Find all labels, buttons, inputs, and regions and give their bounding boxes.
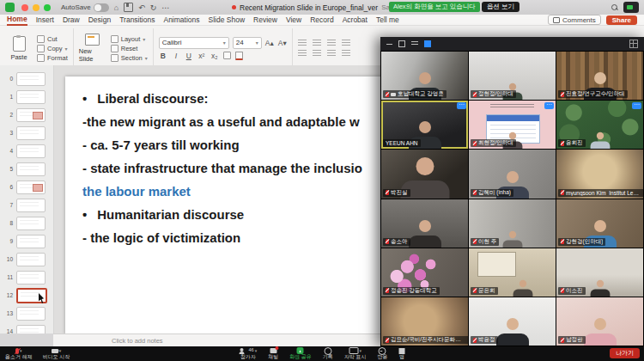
participant-tile[interactable]: 박윤정 [469, 297, 556, 346]
undo-icon[interactable]: ↶ [138, 3, 145, 12]
participant-tile[interactable]: 호남대학교 강영훈 [381, 52, 468, 100]
underline-button[interactable]: U [185, 52, 193, 60]
justify-icon[interactable] [342, 50, 350, 57]
tab-design[interactable]: Design [88, 15, 111, 25]
minimize-icon[interactable] [386, 44, 392, 45]
participant-tile[interactable]: 송소아 [381, 199, 468, 248]
slide-thumbnail-3[interactable]: 3 [0, 124, 53, 142]
font-size-select[interactable]: 24▾ [233, 37, 262, 49]
slide-thumbnail-14[interactable]: 14 [0, 322, 53, 333]
tab-insert[interactable]: Insert [36, 15, 54, 25]
comments-button[interactable]: Comments [548, 15, 601, 25]
cut-button[interactable]: Cut [37, 35, 68, 43]
numbering-icon[interactable] [313, 40, 321, 46]
participant-tile[interactable]: 전효정/연구교수/인하대 [556, 52, 643, 100]
tile-more-icon[interactable]: ⋯ [544, 102, 554, 109]
zoom-window-button[interactable] [44, 4, 51, 11]
bullets-icon[interactable] [298, 40, 307, 46]
font-name-select[interactable]: Calibri▾ [159, 37, 229, 49]
participant-tile[interactable]: 남정란 [556, 297, 643, 346]
shrink-font-button[interactable]: A▾ [278, 39, 287, 47]
tab-review[interactable]: Review [253, 15, 277, 25]
speaker-view-icon[interactable] [398, 40, 405, 47]
more-commands-icon[interactable]: ⋯ [161, 3, 169, 12]
tab-tell-me[interactable]: Tell me [376, 15, 399, 25]
bold-button[interactable]: B [159, 52, 167, 60]
slide-thumbnail-1[interactable]: 1 [0, 88, 53, 106]
autosave-toggle[interactable] [94, 3, 109, 12]
slide-thumbnail-12-selected[interactable]: 12 [0, 286, 53, 304]
copy-button[interactable]: Copy▾ [37, 45, 68, 52]
tab-transitions[interactable]: Transitions [119, 15, 155, 25]
gallery-view-icon[interactable] [424, 40, 431, 47]
indent-increase-icon[interactable] [342, 40, 350, 46]
participant-tile[interactable]: 문은희 [469, 248, 556, 297]
layout-button[interactable]: Layout▾ [111, 35, 148, 43]
reset-button[interactable]: Reset [111, 45, 148, 52]
slide-thumbnail-8[interactable]: 8 [0, 214, 53, 232]
participant-tile[interactable]: 이소진 [556, 248, 643, 297]
participants-button[interactable]: 46▾ 참가자 [240, 347, 258, 360]
font-color-button[interactable] [235, 52, 243, 60]
participant-tile[interactable]: 정현정/인하대 [469, 52, 556, 100]
list-view-icon[interactable] [411, 41, 418, 46]
share-screen-button[interactable]: 화면 공유 [289, 347, 312, 360]
captions-button[interactable]: ▾ 자막 표시 [344, 347, 367, 360]
view-layout-icon[interactable] [629, 40, 638, 48]
tab-animations[interactable]: Animations [163, 15, 199, 25]
section-button[interactable]: Section▾ [111, 54, 148, 62]
save-icon[interactable] [124, 3, 133, 12]
participant-tile[interactable]: 정송진 강동대학교 [381, 248, 468, 297]
apps-button[interactable]: 앱 [398, 347, 404, 360]
participant-tile[interactable]: 이현 주 [469, 199, 556, 248]
unmute-button[interactable]: ▾ 음소거 해제 [5, 347, 33, 360]
participant-tile-active-speaker[interactable]: ⋯ YEEUN AHN [381, 101, 468, 149]
leave-meeting-button[interactable]: 나가기 [610, 348, 640, 358]
grow-font-button[interactable]: A▴ [265, 39, 274, 47]
redo-icon[interactable]: ↻ [150, 3, 157, 12]
chat-button[interactable]: 채팅 [268, 347, 278, 360]
participant-tile[interactable]: myungsoon Kim_Institut Leder_OMS... [556, 150, 643, 198]
view-options-button[interactable]: 옵션 보기 [482, 2, 519, 12]
participant-tile[interactable]: ⋯ 최현정/인하대 [469, 101, 556, 149]
slide-thumbnail-11[interactable]: 11 [0, 268, 53, 286]
tile-more-icon[interactable]: ⋯ [632, 102, 641, 109]
tab-acrobat[interactable]: Acrobat [343, 15, 368, 25]
share-button[interactable]: Share [606, 15, 637, 25]
participant-tile[interactable]: 강현경(인하대) [556, 199, 643, 248]
subscript-button[interactable]: x₂ [210, 52, 219, 60]
slide-thumbnail-13[interactable]: 13 [0, 304, 53, 322]
indent-decrease-icon[interactable] [327, 40, 336, 46]
slide-thumbnail-10[interactable]: 10 [0, 250, 53, 268]
participant-tile[interactable]: 박진실 [381, 150, 468, 198]
align-right-icon[interactable] [327, 50, 336, 57]
slide-thumbnail-9[interactable]: 9 [0, 232, 53, 250]
slide-thumbnail-6[interactable]: 6 [0, 178, 53, 196]
tab-home[interactable]: Home [7, 15, 27, 26]
tile-more-icon[interactable]: ⋯ [457, 102, 466, 109]
record-button[interactable]: 기록 [323, 347, 333, 360]
tab-slide-show[interactable]: Slide Show [209, 15, 246, 25]
align-left-icon[interactable] [298, 50, 307, 57]
home-icon[interactable]: ⌂ [114, 3, 118, 12]
tab-view[interactable]: View [286, 15, 301, 25]
superscript-button[interactable]: x² [197, 52, 206, 60]
close-window-button[interactable] [21, 4, 28, 11]
new-slide-button[interactable]: New Slide [79, 28, 106, 68]
align-center-icon[interactable] [313, 50, 321, 57]
slide-thumbnail-0[interactable]: 0 [0, 70, 53, 88]
participant-tile[interactable]: ⋯ 윤희진 [556, 101, 643, 149]
reactions-button[interactable]: 반응 [377, 347, 387, 360]
minimize-window-button[interactable] [33, 4, 39, 11]
slide-thumbnail-5[interactable]: 5 [0, 160, 53, 178]
tab-record[interactable]: Record [310, 15, 333, 25]
slide-thumbnail-2[interactable]: 2 [0, 106, 53, 124]
italic-button[interactable]: I [172, 52, 180, 60]
paste-button[interactable]: Paste [5, 28, 33, 68]
slide-thumbnail-4[interactable]: 4 [0, 142, 53, 160]
format-painter-button[interactable]: Format [37, 54, 68, 62]
slide-thumbnail-7[interactable]: 7 [0, 196, 53, 214]
start-video-button[interactable]: ▾ 비디오 시작 [43, 347, 70, 360]
highlight-color-button[interactable] [223, 52, 231, 59]
participant-tile[interactable]: 김혜미 (inha) [469, 150, 556, 198]
